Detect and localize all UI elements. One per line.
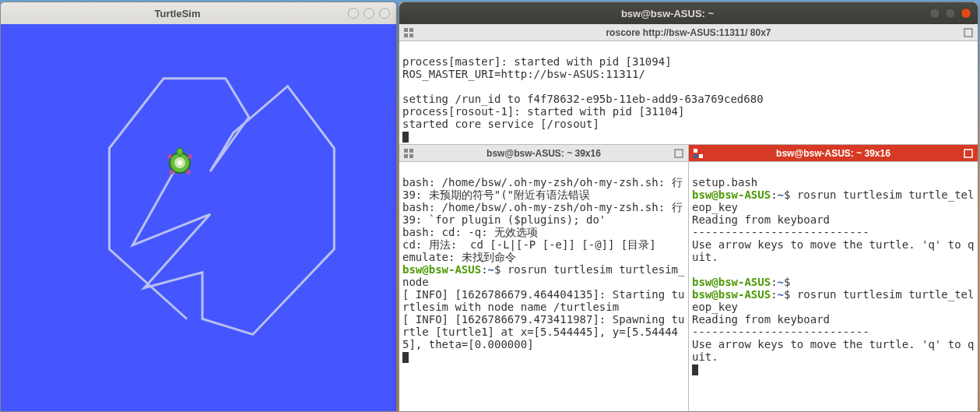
term-line: bash: cd: -q: 无效选项 bbox=[402, 226, 538, 238]
prompt-dollar: $ bbox=[784, 188, 797, 201]
prompt-dollar: $ bbox=[494, 263, 508, 276]
term-line: process[rosout-1]: started with pid [311… bbox=[402, 105, 684, 118]
pane-menu-icon[interactable] bbox=[694, 149, 703, 158]
svg-point-2 bbox=[177, 160, 182, 165]
svg-rect-14 bbox=[409, 149, 413, 153]
svg-point-7 bbox=[186, 170, 191, 174]
pane-menu-icon[interactable] bbox=[404, 149, 413, 158]
maximize-button[interactable] bbox=[364, 8, 374, 19]
pane-max-icon[interactable] bbox=[964, 149, 973, 158]
turtlesim-titlebar[interactable]: TurtleSim bbox=[1, 2, 396, 24]
br-pane-tabbar[interactable]: bsw@bsw-ASUS: ~ 39x16 bbox=[689, 145, 978, 162]
pane-max-icon[interactable] bbox=[964, 28, 973, 37]
svg-rect-18 bbox=[694, 149, 697, 153]
term-line: setup.bash bbox=[692, 176, 757, 188]
bottom-left-pane[interactable]: bsw@bsw-ASUS: ~ 39x16 bash: /home/bsw/.o… bbox=[399, 145, 689, 411]
turtlesim-title: TurtleSim bbox=[7, 8, 348, 19]
terminal-panes: roscore http://bsw-ASUS:11311/ 80x7 proc… bbox=[399, 24, 978, 411]
window-controls bbox=[929, 8, 971, 19]
top-pane-title: roscore http://bsw-ASUS:11311/ 80x7 bbox=[418, 27, 959, 38]
term-line: Use arrow keys to move the turtle. 'q' t… bbox=[692, 238, 974, 263]
term-line: emulate: 未找到命令 bbox=[402, 251, 516, 263]
prompt-path: ~ bbox=[778, 188, 784, 201]
turtle-path bbox=[1, 24, 396, 412]
term-line: bash: /home/bsw/.oh-my-zsh/oh-my-zsh.sh:… bbox=[402, 201, 688, 226]
svg-rect-17 bbox=[675, 150, 683, 157]
pane-max-icon[interactable] bbox=[674, 149, 683, 158]
term-line: [ INFO] [1626786679.473411987]: Spawning… bbox=[402, 313, 684, 350]
minimize-button[interactable] bbox=[348, 8, 359, 19]
pane-menu-icon[interactable] bbox=[404, 28, 413, 37]
prompt-path: ~ bbox=[778, 288, 784, 301]
maximize-button[interactable] bbox=[945, 8, 956, 19]
term-line: process[master]: started with pid [31094… bbox=[402, 55, 672, 68]
term-line: bash: /home/bsw/.oh-my-zsh/oh-my-zsh.sh:… bbox=[402, 176, 688, 201]
turtlesim-canvas[interactable] bbox=[1, 24, 396, 411]
turtle-icon bbox=[164, 147, 195, 178]
svg-rect-16 bbox=[409, 154, 413, 158]
bottom-row: bsw@bsw-ASUS: ~ 39x16 bash: /home/bsw/.o… bbox=[399, 145, 978, 411]
prompt-dollar: $ bbox=[784, 276, 797, 288]
svg-point-4 bbox=[167, 154, 172, 159]
cursor bbox=[402, 352, 409, 363]
svg-rect-22 bbox=[964, 150, 972, 157]
prompt-sep: : bbox=[771, 188, 777, 201]
svg-rect-13 bbox=[404, 149, 408, 153]
bl-pane-title: bsw@bsw-ASUS: ~ 39x16 bbox=[418, 148, 669, 159]
bl-pane-output[interactable]: bash: /home/bsw/.oh-my-zsh/oh-my-zsh.sh:… bbox=[399, 162, 688, 411]
svg-rect-11 bbox=[409, 33, 413, 37]
bl-pane-tabbar[interactable]: bsw@bsw-ASUS: ~ 39x16 bbox=[399, 145, 688, 162]
cursor bbox=[692, 364, 698, 375]
terminal-title: bsw@bsw-ASUS: ~ bbox=[406, 8, 929, 19]
cursor bbox=[402, 132, 409, 143]
term-line: --------------------------- bbox=[692, 226, 869, 238]
term-line: started core service [/rosout] bbox=[402, 118, 599, 130]
prompt-path: ~ bbox=[488, 263, 494, 276]
window-controls bbox=[348, 8, 390, 19]
top-pane[interactable]: roscore http://bsw-ASUS:11311/ 80x7 proc… bbox=[399, 24, 978, 145]
minimize-button[interactable] bbox=[929, 8, 940, 19]
close-button[interactable] bbox=[379, 8, 390, 19]
br-pane-output[interactable]: setup.bash bsw@bsw-ASUS:~$ rosrun turtle… bbox=[689, 162, 978, 411]
svg-point-6 bbox=[169, 170, 174, 174]
prompt-user: bsw@bsw-ASUS bbox=[692, 276, 771, 288]
svg-rect-21 bbox=[699, 154, 703, 158]
prompt-user: bsw@bsw-ASUS bbox=[692, 288, 771, 301]
prompt-dollar: $ bbox=[784, 288, 797, 301]
svg-rect-10 bbox=[404, 33, 408, 37]
terminal-titlebar[interactable]: bsw@bsw-ASUS: ~ bbox=[399, 2, 978, 24]
terminal-window: bsw@bsw-ASUS: ~ roscore http://bsw-ASUS:… bbox=[399, 2, 978, 412]
prompt-user: bsw@bsw-ASUS bbox=[402, 263, 481, 276]
svg-rect-15 bbox=[404, 154, 408, 158]
term-line: Reading from keyboard bbox=[692, 313, 830, 326]
bottom-right-pane[interactable]: bsw@bsw-ASUS: ~ 39x16 setup.bash bsw@bsw… bbox=[689, 145, 978, 411]
term-line: Reading from keyboard bbox=[692, 213, 830, 226]
term-line: cd: 用法: cd [-L|[-P [-e]] [-@]] [目录] bbox=[402, 238, 656, 251]
prompt-sep: : bbox=[771, 276, 777, 288]
svg-rect-12 bbox=[964, 29, 972, 37]
svg-rect-9 bbox=[409, 28, 413, 32]
turtlesim-window: TurtleSim bbox=[0, 2, 397, 412]
prompt-path: ~ bbox=[778, 276, 784, 288]
prompt-user: bsw@bsw-ASUS bbox=[692, 188, 771, 201]
top-pane-tabbar[interactable]: roscore http://bsw-ASUS:11311/ 80x7 bbox=[399, 24, 978, 41]
term-line: ROS_MASTER_URI=http://bsw-ASUS:11311/ bbox=[402, 68, 645, 80]
svg-point-5 bbox=[188, 154, 192, 159]
svg-rect-20 bbox=[694, 154, 697, 158]
prompt-sep: : bbox=[771, 288, 777, 301]
top-pane-output[interactable]: process[master]: started with pid [31094… bbox=[399, 41, 978, 144]
prompt-sep: : bbox=[481, 263, 487, 276]
br-pane-title: bsw@bsw-ASUS: ~ 39x16 bbox=[708, 148, 959, 159]
svg-rect-19 bbox=[699, 149, 703, 153]
term-line: Use arrow keys to move the turtle. 'q' t… bbox=[692, 338, 974, 363]
term-line: --------------------------- bbox=[692, 326, 869, 338]
term-line: setting /run_id to f4f78632-e95b-11eb-ad… bbox=[402, 93, 764, 105]
close-button[interactable] bbox=[961, 8, 971, 19]
svg-rect-8 bbox=[404, 28, 408, 32]
svg-point-3 bbox=[177, 148, 183, 156]
term-line: [ INFO] [1626786679.464404135]: Starting… bbox=[402, 288, 684, 313]
